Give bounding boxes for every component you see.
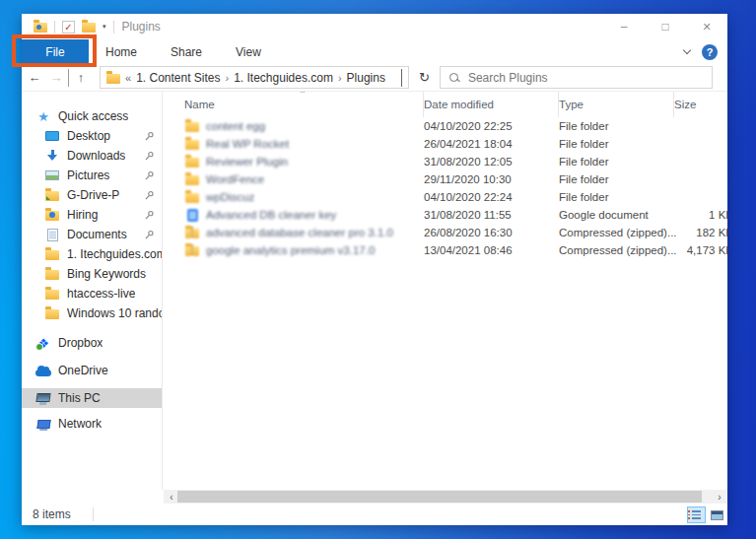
- sidebar-item-windows10-random[interactable]: Windows 10 random Sh: [22, 303, 162, 323]
- refresh-icon[interactable]: ↻: [419, 70, 430, 85]
- breadcrumb-item[interactable]: 1. Content Sites: [136, 71, 220, 85]
- forward-button[interactable]: →: [45, 70, 67, 85]
- file-size: 4,173 KB: [674, 244, 727, 256]
- divider: [113, 21, 114, 34]
- breadcrumb-item[interactable]: 1. Itechguides.com: [234, 71, 333, 85]
- details-view-button[interactable]: [688, 507, 705, 522]
- sidebar-item-desktop[interactable]: Desktop: [22, 126, 162, 146]
- folder-icon: [185, 158, 199, 168]
- screenshot-frame: ✓ ▾ Plugins – □ ✕ File Home Share View ?: [0, 0, 756, 539]
- main-area: ★ Quick access Desktop Downloads Picture…: [22, 92, 727, 490]
- up-button[interactable]: ↑: [70, 70, 92, 85]
- column-header-type[interactable]: Type: [559, 92, 674, 117]
- properties-icon[interactable]: ✓: [62, 21, 75, 34]
- pin-icon: [144, 190, 155, 201]
- breadcrumb-overflow-icon[interactable]: «: [125, 72, 131, 84]
- file-date: 26/04/2021 18:04: [424, 138, 559, 150]
- breadcrumb-separator-icon: ›: [226, 72, 230, 84]
- sidebar-item-dropbox[interactable]: ❖ Dropbox: [22, 333, 162, 353]
- column-header-date-modified[interactable]: Date modified: [424, 92, 559, 117]
- customize-qat-dropdown-icon[interactable]: ▾: [103, 23, 106, 31]
- tab-view[interactable]: View: [219, 39, 278, 64]
- file-type: Compressed (zipped)...: [559, 227, 674, 238]
- address-dropdown-chevron-icon[interactable]: [401, 69, 402, 87]
- sidebar-item-pictures[interactable]: Pictures: [22, 166, 162, 185]
- folder-icon: [45, 250, 59, 260]
- breadcrumb-separator-icon: ›: [338, 72, 342, 84]
- help-icon[interactable]: ?: [702, 44, 718, 60]
- file-name: Real WP Rocket: [200, 138, 424, 150]
- file-type: Google document: [559, 209, 674, 221]
- file-row[interactable]: Advanced DB cleaner key 31/08/2020 11:55…: [163, 206, 727, 224]
- divider: [54, 21, 55, 34]
- title-bar[interactable]: ✓ ▾ Plugins – □ ✕: [22, 14, 727, 39]
- file-row[interactable]: google analytics premium v3.17.0 13/04/2…: [163, 241, 727, 259]
- sidebar-item-onedrive[interactable]: OneDrive: [22, 361, 162, 380]
- file-row[interactable]: wpDiscuz 04/10/2020 22:24 File folder: [163, 188, 727, 206]
- window-title: Plugins: [122, 20, 161, 34]
- onedrive-cloud-icon: [35, 370, 51, 376]
- file-list-pane: ˆ Name Date modified Type Size content e…: [163, 92, 727, 490]
- file-size: 1 KB: [674, 209, 727, 221]
- sidebar-item-documents[interactable]: Documents: [22, 225, 162, 244]
- file-row[interactable]: advanced database cleaner pro 3.1.0 26/0…: [163, 224, 727, 241]
- window-controls: – □ ✕: [603, 14, 727, 39]
- zipped-folder-icon: [185, 229, 199, 238]
- file-menu-button[interactable]: File: [22, 39, 89, 64]
- scrollbar-thumb[interactable]: [177, 491, 702, 503]
- pin-icon: [144, 170, 155, 181]
- search-input[interactable]: Search Plugins: [440, 66, 713, 89]
- file-row[interactable]: content egg 04/10/2020 22:25 File folder: [163, 117, 727, 135]
- sidebar-item-htaccess-live[interactable]: htaccess-live: [22, 284, 162, 303]
- file-name: advanced database cleaner pro 3.1.0: [200, 227, 424, 238]
- horizontal-scrollbar[interactable]: ‹ ›: [164, 490, 727, 504]
- address-folder-icon: [106, 74, 120, 84]
- folder-icon: [185, 140, 199, 150]
- tab-home[interactable]: Home: [89, 39, 154, 64]
- folder-icon: [185, 193, 199, 203]
- tab-share[interactable]: Share: [154, 39, 219, 64]
- sidebar-item-g-drive-p[interactable]: G-Drive-P: [22, 185, 162, 205]
- dropbox-icon: ❖: [37, 337, 49, 350]
- scroll-right-icon[interactable]: ›: [712, 490, 727, 504]
- file-type: File folder: [559, 120, 674, 132]
- file-type: File folder: [559, 173, 674, 185]
- breadcrumb-item[interactable]: Plugins: [347, 71, 385, 85]
- file-date: 31/08/2020 12:05: [424, 156, 559, 168]
- minimize-button[interactable]: –: [603, 14, 645, 39]
- back-button[interactable]: ←: [24, 70, 45, 85]
- pin-icon: [144, 151, 155, 162]
- sidebar-item-bing-keywords[interactable]: Bing Keywords: [22, 264, 162, 284]
- folder-icon: [45, 290, 59, 300]
- sidebar-item-quick-access[interactable]: ★ Quick access: [22, 106, 162, 126]
- close-button[interactable]: ✕: [686, 14, 727, 39]
- maximize-button[interactable]: □: [645, 14, 686, 39]
- google-document-icon: [187, 209, 198, 222]
- folder-link-icon: [45, 191, 59, 201]
- navigation-toolbar: ← → ↑ « 1. Content Sites › 1. Itechguide…: [22, 64, 727, 92]
- address-bar[interactable]: « 1. Content Sites › 1. Itechguides.com …: [100, 66, 409, 89]
- file-date: 29/11/2020 10:30: [424, 173, 559, 185]
- shared-folder-icon: [45, 211, 59, 221]
- file-row[interactable]: Real WP Rocket 26/04/2021 18:04 File fol…: [163, 135, 727, 153]
- sidebar-item-hiring[interactable]: Hiring: [22, 205, 162, 225]
- large-icons-view-button[interactable]: [709, 507, 725, 522]
- file-name: wpDiscuz: [200, 191, 424, 203]
- sidebar-item-network[interactable]: Network: [22, 414, 162, 434]
- file-row[interactable]: WordFence 29/11/2020 10:30 File folder: [163, 170, 727, 188]
- new-folder-icon[interactable]: [82, 23, 96, 33]
- desktop-icon: [45, 131, 59, 141]
- column-header-size[interactable]: Size: [674, 92, 727, 117]
- status-bar: 8 items: [22, 504, 727, 525]
- recent-locations-chevron-icon[interactable]: [68, 69, 69, 87]
- view-toggles: [688, 507, 725, 522]
- explorer-window: ✓ ▾ Plugins – □ ✕ File Home Share View ?: [22, 14, 727, 525]
- sidebar-item-this-pc[interactable]: This PC: [22, 388, 162, 408]
- sidebar-item-itechguides[interactable]: 1. Itechguides.com: [22, 244, 162, 264]
- expand-ribbon-chevron-icon[interactable]: [683, 46, 691, 54]
- file-row[interactable]: Reviewer Plugin 31/08/2020 12:05 File fo…: [163, 153, 727, 170]
- ribbon-tab-bar: File Home Share View ?: [22, 39, 727, 64]
- file-name: Reviewer Plugin: [200, 156, 424, 168]
- sidebar-item-downloads[interactable]: Downloads: [22, 146, 162, 166]
- network-icon: [36, 420, 50, 429]
